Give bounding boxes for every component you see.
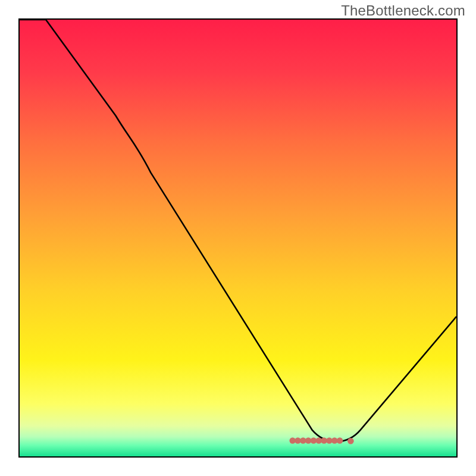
svg-point-11 xyxy=(347,438,354,444)
plot-area xyxy=(18,18,458,458)
watermark-text: TheBottleneck.com xyxy=(341,2,465,19)
optimal-marker-cluster xyxy=(20,20,456,456)
svg-point-10 xyxy=(337,437,343,444)
chart-frame: TheBottleneck.com xyxy=(0,0,476,476)
